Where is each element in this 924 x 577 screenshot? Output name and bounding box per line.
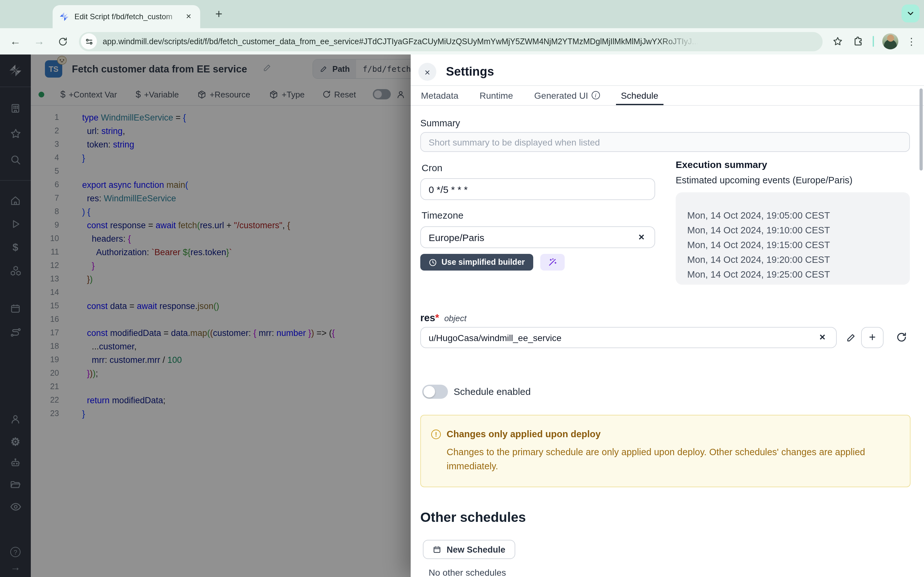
timezone-input[interactable] — [420, 226, 655, 248]
res-resource-input[interactable] — [420, 327, 837, 348]
timezone-label: Timezone — [422, 210, 464, 221]
tab-metadata[interactable]: Metadata — [416, 85, 464, 105]
tab-generated-ui[interactable]: Generated UI i — [529, 85, 605, 105]
upcoming-event: Mon, 14 Oct 2024, 19:10:00 CEST — [687, 223, 910, 238]
calendar-icon — [433, 545, 441, 554]
upcoming-event: Mon, 14 Oct 2024, 19:25:00 CEST — [687, 268, 910, 282]
schedule-enabled-label: Schedule enabled — [454, 386, 531, 397]
back-button[interactable]: ← — [9, 35, 22, 48]
upcoming-event: Mon, 14 Oct 2024, 19:05:00 CEST — [687, 208, 910, 223]
warning-body: Changes to the primary schedule are only… — [447, 446, 899, 473]
browser-tabstrip: Edit Script f/bd/fetch_custom × + — [0, 0, 924, 28]
schedule-enabled-toggle[interactable] — [422, 385, 448, 399]
url-bar[interactable]: app.windmill.dev/scripts/edit/f/bd/fetch… — [79, 32, 822, 51]
windmill-app: $ ⚙ ? — [0, 55, 924, 577]
magic-wand-icon — [548, 257, 557, 268]
tab-search-chevron-button[interactable] — [901, 5, 919, 23]
browser-tab[interactable]: Edit Script f/bd/fetch_custom × — [53, 5, 200, 28]
new-schedule-button[interactable]: New Schedule — [423, 540, 515, 559]
pencil-icon — [845, 332, 856, 343]
tab-close-icon[interactable]: × — [184, 11, 194, 22]
settings-title: Settings — [446, 65, 494, 79]
upcoming-events-box: Mon, 14 Oct 2024, 19:05:00 CEST Mon, 14 … — [676, 192, 910, 285]
refresh-icon — [896, 332, 907, 343]
res-arg-label: res*object — [420, 312, 467, 324]
browser-actions: ⋮ — [822, 33, 916, 49]
puzzle-icon — [853, 36, 864, 47]
new-schedule-label: New Schedule — [447, 545, 505, 554]
toolbar-separator — [873, 36, 874, 47]
url-text: app.windmill.dev/scripts/edit/f/bd/fetch… — [103, 37, 698, 46]
divider — [411, 105, 924, 106]
site-settings-icon[interactable] — [81, 33, 97, 49]
drawer-backdrop[interactable] — [0, 55, 411, 577]
upcoming-event: Mon, 14 Oct 2024, 19:20:00 CEST — [687, 253, 910, 268]
tab-title: Edit Script f/bd/fetch_custom — [74, 12, 184, 21]
clock-icon — [429, 258, 437, 266]
res-name: res — [420, 312, 435, 323]
cron-label: Cron — [422, 162, 443, 173]
tab-label: Generated UI — [534, 90, 588, 100]
drawer-scrollbar-thumb[interactable] — [919, 89, 923, 171]
refresh-resource-button[interactable] — [894, 330, 909, 345]
profile-avatar[interactable] — [882, 33, 898, 49]
star-icon — [832, 36, 843, 47]
no-other-schedules-text: No other schedules — [429, 567, 506, 577]
close-settings-button[interactable]: × — [418, 63, 436, 81]
execution-summary-title: Execution summary — [676, 159, 767, 170]
screen: Edit Script f/bd/fetch_custom × + ← → ap… — [0, 0, 924, 577]
chevron-down-icon — [906, 9, 915, 18]
new-tab-button[interactable]: + — [212, 7, 226, 21]
res-clear-icon[interactable]: × — [819, 332, 825, 342]
use-simplified-builder-button[interactable]: Use simplified builder — [420, 254, 533, 271]
reload-icon — [58, 36, 68, 47]
settings-tabs: Metadata Runtime Generated UI i Schedule — [416, 85, 664, 105]
forward-button[interactable]: → — [33, 35, 45, 48]
other-schedules-heading: Other schedules — [420, 510, 526, 525]
tab-runtime[interactable]: Runtime — [475, 85, 518, 105]
bookmark-star-button[interactable] — [832, 36, 843, 47]
res-type: object — [444, 314, 467, 323]
tab-label: Runtime — [480, 90, 513, 100]
summary-input[interactable] — [420, 132, 910, 152]
add-resource-button[interactable]: + — [861, 327, 884, 348]
cron-input[interactable] — [420, 178, 655, 200]
builder-button-label: Use simplified builder — [441, 258, 525, 267]
windmill-favicon-icon — [59, 11, 69, 22]
warning-title: Changes only applied upon deploy — [447, 429, 601, 439]
summary-label: Summary — [420, 118, 460, 128]
edit-resource-button[interactable] — [843, 330, 859, 345]
extensions-button[interactable] — [853, 36, 864, 47]
browser-toolbar: ← → app.windmill.dev/scripts/edit/f/bd/f… — [0, 28, 924, 55]
reload-button[interactable] — [57, 35, 69, 48]
warning-icon: ! — [431, 430, 441, 439]
required-asterisk: * — [435, 312, 439, 323]
settings-drawer: × Settings Metadata Runtime Generated UI… — [411, 55, 924, 577]
tab-label: Metadata — [421, 90, 459, 100]
browser-menu-button[interactable]: ⋮ — [907, 38, 916, 45]
tab-schedule[interactable]: Schedule — [615, 85, 664, 105]
execution-summary-subtitle: Estimated upcoming events (Europe/Paris) — [676, 175, 853, 185]
deploy-warning-box: ! Changes only applied upon deploy Chang… — [420, 415, 911, 487]
upcoming-event: Mon, 14 Oct 2024, 19:15:00 CEST — [687, 238, 910, 253]
tab-label: Schedule — [621, 90, 658, 100]
ai-cron-button[interactable] — [540, 254, 565, 271]
timezone-clear-icon[interactable]: × — [638, 232, 645, 242]
info-icon: i — [591, 91, 599, 99]
